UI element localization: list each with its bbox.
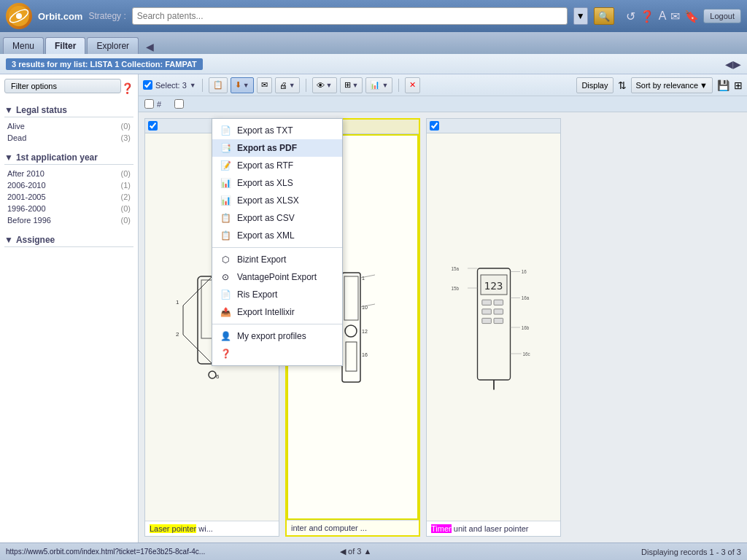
legal-status-header[interactable]: ▼ Legal status <box>4 102 133 117</box>
save-icon[interactable]: 💾 <box>717 79 729 91</box>
table-dropdown-arrow: ▼ <box>352 82 359 89</box>
next-page-btn[interactable]: ▲ <box>364 547 372 556</box>
intellixir-icon: 📤 <box>220 306 231 318</box>
number-column-header: # <box>157 100 171 109</box>
export-xls-item[interactable]: 📊 Export as XLS <box>212 174 342 192</box>
patent-3-checkbox[interactable] <box>430 121 439 131</box>
tb-dropdown-icon[interactable]: ▼ <box>190 82 196 89</box>
patent-card-3: 123 15a <box>426 118 561 537</box>
vantagepoint-icon: ⊙ <box>220 271 231 283</box>
svg-text:6: 6 <box>216 373 220 380</box>
svg-text:1: 1 <box>176 299 179 306</box>
magnifier-icon: 🔍 <box>598 11 610 22</box>
results-bar: 3 results for my list: LISTA 1 Collectio… <box>0 54 747 74</box>
patent-1-checkbox[interactable] <box>148 121 158 131</box>
intellixir-export-item[interactable]: 📤 Export Intellixir <box>212 303 342 321</box>
prev-page-btn[interactable]: ◀ <box>340 547 346 556</box>
tab-explorer[interactable]: Explorer <box>87 37 139 54</box>
tab-filter[interactable]: Filter <box>45 37 85 54</box>
vantagepoint-export-item[interactable]: ⊙ VantagePoint Export <box>212 268 342 286</box>
sidebar-item-dead[interactable]: Dead (3) <box>4 132 133 144</box>
help-export-item[interactable]: ❓ <box>212 345 342 362</box>
export-btn[interactable]: ⬇ ▼ <box>231 77 254 93</box>
copy-btn[interactable]: 📋 <box>209 77 228 93</box>
app-year-header[interactable]: ▼ 1st application year <box>4 149 133 165</box>
orbit-logo <box>6 3 32 29</box>
search-submit-btn[interactable]: 🔍 <box>594 7 614 25</box>
view-btn[interactable]: 👁 ▼ <box>312 77 337 93</box>
bizint-export-item[interactable]: ⬡ Bizint Export <box>212 251 342 268</box>
select-count: Select: 3 <box>155 81 187 90</box>
content-area: # <box>139 96 747 542</box>
results-label: 3 results for my list: LISTA 1 Collectio… <box>6 58 203 70</box>
assignee-header[interactable]: ▼ Assignee <box>4 232 133 247</box>
sidebar-item-1996-2000[interactable]: 1996-2000 (0) <box>4 203 133 214</box>
laser-pointer-highlight: Laser pointer <box>150 524 196 533</box>
filter-help-icon[interactable]: ❓ <box>121 82 133 94</box>
export-dropdown-menu: 📄 Export as TXT 📑 Export as PDF 📝 Export… <box>212 118 343 366</box>
export-csv-item[interactable]: 📋 Export as CSV <box>212 209 342 227</box>
print-dropdown-arrow: ▼ <box>289 82 295 89</box>
export-xml-item[interactable]: 📋 Export as XML <box>212 227 342 244</box>
sidebar-item-alive[interactable]: Alive (0) <box>4 120 133 132</box>
my-export-profiles-item[interactable]: 👤 My export profiles <box>212 327 342 345</box>
patent-card-3-header <box>427 119 560 133</box>
refresh-icon[interactable]: ↺ <box>626 9 635 23</box>
font-icon[interactable]: A <box>659 9 667 23</box>
ris-export-item[interactable]: 📄 Ris Export <box>212 286 342 303</box>
timer-highlight: Timer <box>431 524 452 533</box>
export-xlsx-item[interactable]: 📊 Export as XLSX <box>212 192 342 209</box>
patent-card-2-title[interactable]: inter and computer ... <box>287 520 419 535</box>
sort-dropdown-arrow: ▼ <box>700 81 708 90</box>
export-rtf-item[interactable]: 📝 Export as RTF <box>212 157 342 174</box>
header-checkbox-2[interactable] <box>174 99 184 109</box>
collapse-year-icon: ▼ <box>4 152 13 163</box>
svg-text:15b: 15b <box>451 285 459 290</box>
delete-btn[interactable]: ✕ <box>405 77 420 93</box>
svg-text:16c: 16c <box>522 351 530 356</box>
email-tb-icon: ✉ <box>261 80 268 90</box>
sidebar-item-2006-2010[interactable]: 2006-2010 (1) <box>4 179 133 191</box>
bookmark-icon[interactable]: 🔖 <box>684 9 699 23</box>
sort-area: Display ⇅ Sort by relevance ▼ 💾 ⊞ <box>576 77 743 93</box>
print-btn[interactable]: 🖨 ▼ <box>275 77 300 93</box>
grid-icon[interactable]: ⊞ <box>734 79 743 91</box>
email-btn[interactable]: ✉ <box>257 77 272 93</box>
export-txt-item[interactable]: 📄 Export as TXT <box>212 122 342 139</box>
export-pdf-item[interactable]: 📑 Export as PDF <box>212 139 342 157</box>
profiles-icon: 👤 <box>220 330 231 342</box>
logout-button[interactable]: Logout <box>703 9 741 23</box>
svg-rect-39 <box>494 308 503 314</box>
chart-dropdown-arrow: ▼ <box>382 82 388 89</box>
patent-card-1-title[interactable]: Laser pointer wi... <box>145 521 279 536</box>
export-icon: ⬇ <box>235 80 241 90</box>
sort-arrows-icon[interactable]: ⇅ <box>618 79 627 91</box>
header-checkbox[interactable] <box>144 99 154 109</box>
chart-btn[interactable]: 📊 ▼ <box>365 77 392 93</box>
svg-rect-19 <box>342 273 360 382</box>
ris-icon: 📄 <box>220 289 231 300</box>
search-dropdown-btn[interactable]: ▼ <box>573 7 588 25</box>
email-icon[interactable]: ✉ <box>670 9 680 23</box>
collapse-right-icon[interactable]: ◀▶ <box>725 58 741 70</box>
filter-options-button[interactable]: Filter options <box>4 79 121 93</box>
select-all-checkbox[interactable] <box>143 80 152 90</box>
sidebar-item-2001-2005[interactable]: 2001-2005 (2) <box>4 191 133 203</box>
bizint-icon: ⬡ <box>220 254 231 265</box>
svg-rect-37 <box>494 300 503 305</box>
sidebar-item-before1996[interactable]: Before 1996 (0) <box>4 214 133 226</box>
collapse-assignee-icon: ▼ <box>4 235 13 245</box>
svg-text:16b: 16b <box>521 324 529 330</box>
collapse-sidebar-icon[interactable]: ◀ <box>143 39 157 54</box>
search-input[interactable] <box>132 7 568 25</box>
tab-menu[interactable]: Menu <box>3 37 44 54</box>
sidebar-item-after2010[interactable]: After 2010 (0) <box>4 168 133 179</box>
table-btn[interactable]: ⊞ ▼ <box>340 77 363 93</box>
sidebar: Filter options ❓ ▼ Legal status Alive (0… <box>0 74 139 542</box>
pdf-icon: 📑 <box>220 142 231 154</box>
sort-button[interactable]: Sort by relevance ▼ <box>631 77 713 93</box>
patent-card-3-title[interactable]: Timer unit and laser pointer <box>427 521 560 536</box>
display-button[interactable]: Display <box>576 77 613 93</box>
svg-text:15a: 15a <box>451 265 459 271</box>
help-icon[interactable]: ❓ <box>640 9 654 23</box>
